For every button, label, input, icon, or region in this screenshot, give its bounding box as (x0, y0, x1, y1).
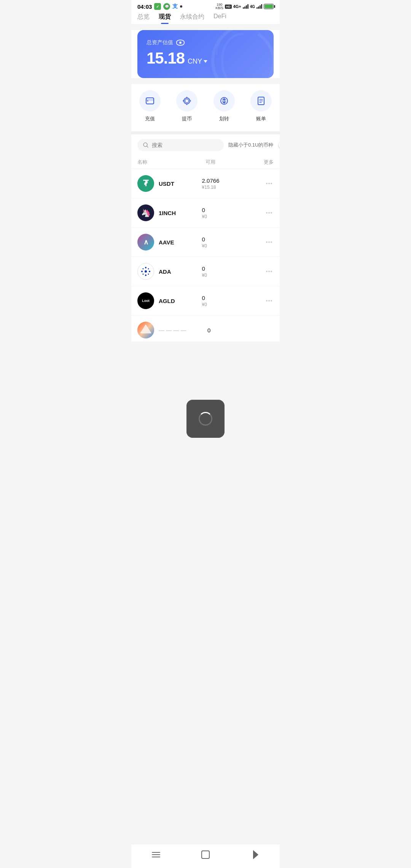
more-dot (268, 212, 270, 214)
statement-icon (256, 96, 266, 106)
transfer-button[interactable]: 划转 (213, 90, 235, 122)
filter-label: 隐藏小于0.1U的币种 (228, 142, 273, 148)
recharge-icon (145, 96, 155, 106)
eye-icon[interactable] (176, 40, 185, 46)
asset-card: 总资产估值 15.18 CNY (137, 30, 274, 78)
more-button[interactable] (264, 298, 274, 303)
withdraw-button[interactable]: 提币 (176, 90, 198, 122)
withdraw-label: 提币 (182, 115, 192, 122)
section-divider (131, 131, 280, 134)
search-filter-bar: 隐藏小于0.1U的币种 (131, 134, 280, 156)
partial-logo (137, 322, 154, 338)
coin-amount: 0 (202, 236, 260, 243)
app-icon-2: 💬 (163, 3, 170, 10)
tab-perpetual[interactable]: 永续合约 (180, 13, 204, 24)
transfer-label: 划转 (219, 115, 229, 122)
th-available: 可用 (183, 159, 251, 166)
coin-values: 0 (207, 327, 274, 333)
transfer-icon-wrap (213, 90, 235, 112)
th-name: 名称 (137, 159, 183, 166)
network-type: 4G+ (233, 4, 241, 9)
tab-bar: 总览 现货 永续合约 DeFi (131, 11, 280, 24)
coin-symbol: ADA (159, 268, 198, 275)
battery-icon (264, 4, 274, 9)
more-button[interactable] (264, 240, 274, 244)
table-row: ₮ USDT 2.0766 ¥15.18 (131, 169, 280, 198)
search-box[interactable] (137, 139, 224, 151)
svg-point-16 (141, 271, 143, 272)
app-icon-1: ✓ (154, 3, 161, 10)
more-button[interactable] (264, 269, 274, 274)
coin-cny: ¥0 (202, 243, 260, 249)
coin-amount: 2.0766 (202, 177, 260, 184)
coin-cny: ¥15.18 (202, 185, 260, 190)
status-dot (180, 5, 182, 8)
coin-name-col: AGLD (159, 298, 198, 304)
coin-name-col: — — — — (159, 327, 203, 333)
more-dot (268, 241, 270, 243)
coin-symbol: — — — — (159, 327, 203, 333)
status-left: 04:03 ✓ 💬 支 (137, 3, 182, 10)
search-icon (143, 142, 149, 148)
tab-spot[interactable]: 现货 (159, 13, 171, 24)
svg-point-17 (149, 271, 150, 272)
svg-rect-2 (146, 99, 154, 101)
hd-badge: HD (225, 5, 232, 9)
more-dot (266, 241, 268, 243)
table-row: — — — — 0 (131, 316, 280, 341)
table-row: ADA 0 ¥0 (131, 257, 280, 286)
table-header: 名称 可用 更多 (131, 156, 280, 169)
coin-name-col: 1INCH (159, 210, 198, 216)
status-time: 04:03 (137, 3, 152, 10)
svg-point-21 (148, 274, 149, 275)
svg-line-12 (147, 146, 148, 147)
more-dot (266, 183, 268, 184)
coin-name-col: USDT (159, 180, 198, 187)
statement-button[interactable]: 账单 (250, 90, 272, 122)
search-input[interactable] (152, 142, 218, 148)
more-button[interactable] (264, 211, 274, 215)
coin-symbol: 1INCH (159, 210, 198, 216)
signal-bars-2 (256, 4, 262, 9)
more-dot (268, 183, 270, 184)
coin-symbol: AAVE (159, 239, 198, 246)
coin-values: 2.0766 ¥15.18 (202, 177, 260, 190)
svg-point-18 (143, 268, 144, 270)
coin-amount: 0 (202, 295, 260, 301)
coin-symbol: AGLD (159, 298, 198, 304)
statement-label: 账单 (256, 115, 266, 122)
tab-defi[interactable]: DeFi (213, 13, 226, 24)
coin-name-col: AAVE (159, 239, 198, 246)
recharge-button[interactable]: 充值 (139, 90, 161, 122)
th-more: 更多 (251, 159, 274, 166)
withdraw-icon-wrap (176, 90, 198, 112)
table-row: ∧ AAVE 0 ¥0 (131, 228, 280, 257)
battery-level (264, 5, 273, 8)
more-button[interactable] (264, 181, 274, 186)
coin-cny: ¥0 (202, 214, 260, 219)
coin-amount: 0 (207, 327, 274, 333)
coin-values: 0 ¥0 (202, 236, 260, 249)
recharge-icon-wrap (139, 90, 161, 112)
signal-bars-1 (243, 4, 249, 9)
ada-icon (140, 266, 151, 277)
coin-values: 0 ¥0 (202, 265, 260, 278)
network-speed: 190KB/S (215, 3, 223, 10)
coin-values: 0 ¥0 (202, 295, 260, 307)
coin-values: 0 ¥0 (202, 207, 260, 219)
ada-logo (137, 263, 154, 280)
tab-overview[interactable]: 总览 (137, 13, 150, 24)
more-dot (266, 212, 268, 214)
more-dot (268, 271, 270, 272)
coin-cny: ¥0 (202, 273, 260, 278)
status-right: 190KB/S HD 4G+ 4G (215, 3, 274, 10)
action-buttons: 充值 提币 划转 (131, 84, 280, 131)
coin-cny: ¥0 (202, 302, 260, 307)
coin-name-col: ADA (159, 268, 198, 275)
table-row: Loot AGLD 0 ¥0 (131, 286, 280, 316)
more-dot (266, 300, 268, 302)
svg-point-14 (145, 267, 147, 268)
asset-currency[interactable]: CNY (188, 57, 207, 65)
card-decoration (205, 30, 274, 78)
alipay-icon: 支 (172, 3, 178, 10)
